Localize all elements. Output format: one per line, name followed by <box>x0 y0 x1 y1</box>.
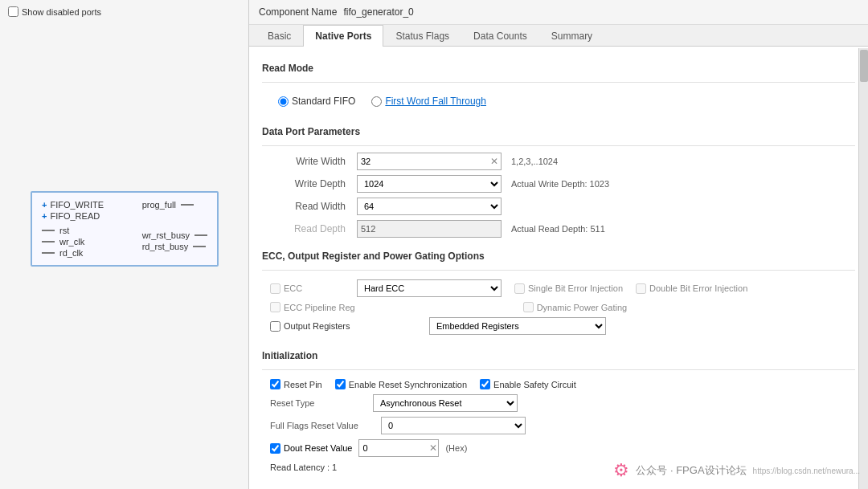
ecc-select[interactable]: Hard ECC Soft ECC <box>357 279 502 297</box>
standard-fifo-radio[interactable] <box>278 96 289 107</box>
tab-data-counts[interactable]: Data Counts <box>461 25 539 47</box>
scrollbar-thumb[interactable] <box>860 50 868 82</box>
read-mode-title: Read Mode <box>262 63 855 74</box>
enable-safety-circuit-label[interactable]: Enable Safety Circuit <box>480 379 576 389</box>
write-width-hint: 1,2,3,..1024 <box>508 157 855 166</box>
rst-port: rst <box>42 225 104 236</box>
full-flags-select[interactable]: 0 1 <box>381 417 526 434</box>
read-depth-wrapper <box>357 220 502 238</box>
tab-summary[interactable]: Summary <box>539 25 604 47</box>
first-word-fall-through-radio-label[interactable]: First Word Fall Through <box>371 96 486 107</box>
read-mode-radio-group: Standard FIFO First Word Fall Through <box>262 89 855 113</box>
ecc-checkbox <box>270 283 280 294</box>
watermark: ⚙ 公众号 · FPGA设计论坛 https://blog.csdn.net/n… <box>613 460 860 481</box>
double-bit-error-checkbox <box>636 283 646 294</box>
wr-clk-port: wr_clk <box>42 236 104 247</box>
dout-reset-text: Dout Reset Value <box>284 443 352 453</box>
double-bit-error-text: Double Bit Error Injection <box>649 283 747 293</box>
dout-reset-checkbox[interactable] <box>270 443 280 454</box>
dout-reset-row: Dout Reset Value ✕ (Hex) <box>262 437 855 459</box>
enable-reset-sync-text: Enable Reset Synchronization <box>349 380 467 389</box>
rd-clk-port: rd_clk <box>42 247 104 259</box>
read-mode-section: Read Mode Standard FIFO First Word Fall … <box>262 63 855 113</box>
enable-reset-sync-label[interactable]: Enable Reset Synchronization <box>335 379 467 389</box>
write-depth-label: Write Depth <box>270 178 350 189</box>
output-registers-text: Output Registers <box>284 321 350 331</box>
left-ports: + FIFO_WRITE + FIFO_READ rst <box>42 199 104 259</box>
tab-status-flags[interactable]: Status Flags <box>383 25 461 47</box>
ecc-pipeline-text: ECC Pipeline Reg <box>284 303 355 312</box>
read-latency-label: Read Latency : <box>270 463 330 472</box>
ecc-label: ECC <box>284 283 302 293</box>
component-name-bar: Component Name fifo_generator_0 <box>249 0 868 25</box>
ecc-title: ECC, Output Register and Power Gating Op… <box>262 251 855 262</box>
fifo-read-port: + FIFO_READ <box>42 210 104 222</box>
ecc-section: ECC, Output Register and Power Gating Op… <box>262 251 855 337</box>
embedded-registers-select[interactable]: Embedded Registers Fabric Registers <box>429 317 606 335</box>
dynamic-power-gating-label: Dynamic Power Gating <box>523 302 628 312</box>
read-width-wrapper: 64 <box>357 198 502 215</box>
dout-reset-hint: (Hex) <box>445 443 467 453</box>
wr-rst-busy-port: wr_rst_busy <box>142 230 207 241</box>
full-flags-label: Full Flags Reset Value <box>270 421 375 430</box>
write-width-label: Write Width <box>270 156 350 167</box>
enable-safety-circuit-checkbox[interactable] <box>480 379 490 389</box>
reset-type-label: Reset Type <box>270 398 366 408</box>
rd-rst-busy-port: rd_rst_busy <box>142 241 207 252</box>
read-depth-label: Read Depth <box>270 223 350 234</box>
ecc-pipeline-checkbox <box>270 302 280 312</box>
reset-checkboxes-row: Reset Pin Enable Reset Synchronization E… <box>262 377 855 392</box>
standard-fifo-label: Standard FIFO <box>292 96 355 107</box>
read-latency-value: 1 <box>332 463 337 472</box>
standard-fifo-radio-label[interactable]: Standard FIFO <box>278 96 355 107</box>
write-width-clear[interactable]: ✕ <box>489 156 500 167</box>
output-registers-label[interactable]: Output Registers <box>270 321 350 332</box>
show-disabled-label: Show disabled ports <box>22 7 101 17</box>
show-disabled-ports[interactable]: Show disabled ports <box>0 0 248 23</box>
tab-native-ports[interactable]: Native Ports <box>303 25 383 47</box>
write-width-wrapper: ✕ <box>357 153 502 170</box>
component-name-value: fifo_generator_0 <box>343 6 413 18</box>
tab-basic[interactable]: Basic <box>256 25 303 47</box>
dout-reset-label[interactable]: Dout Reset Value <box>270 443 352 454</box>
reset-type-select[interactable]: Asynchronous Reset Synchronous Reset <box>373 394 518 412</box>
fifo-write-port: + FIFO_WRITE <box>42 199 104 210</box>
write-depth-select[interactable]: 1024 <box>357 175 502 193</box>
first-word-fall-through-label: First Word Fall Through <box>385 96 486 107</box>
read-width-label: Read Width <box>270 201 350 212</box>
first-word-fall-through-radio[interactable] <box>371 96 382 107</box>
read-depth-hint: Actual Read Depth: 511 <box>508 224 855 234</box>
full-flags-row: Full Flags Reset Value 0 1 <box>262 414 855 437</box>
ecc-pipeline-label: ECC Pipeline Reg <box>270 302 355 312</box>
output-registers-checkbox[interactable] <box>270 321 280 332</box>
dout-reset-input[interactable] <box>358 439 439 457</box>
right-ports: prog_full wr_rst_busy rd_rst_busy <box>142 199 207 252</box>
enable-safety-circuit-text: Enable Safety Circuit <box>493 380 576 389</box>
component-name-label: Component Name <box>259 6 337 18</box>
scrollbar-track[interactable] <box>858 48 868 489</box>
tab-bar: Basic Native Ports Status Flags Data Cou… <box>249 25 868 47</box>
reset-pin-checkbox[interactable] <box>270 379 280 389</box>
dynamic-power-gating-checkbox <box>523 302 534 312</box>
dout-reset-clear[interactable]: ✕ <box>429 442 437 454</box>
read-depth-input <box>357 220 502 238</box>
reset-pin-text: Reset Pin <box>284 380 322 389</box>
dout-reset-input-wrapper: ✕ <box>358 439 439 457</box>
component-diagram: + FIFO_WRITE + FIFO_READ rst <box>31 191 219 267</box>
initialization-title: Initialization <box>262 350 855 361</box>
data-port-title: Data Port Parameters <box>262 126 855 137</box>
write-depth-hint: Actual Write Depth: 1023 <box>508 179 855 189</box>
double-bit-error-label: Double Bit Error Injection <box>636 283 747 294</box>
initialization-section: Initialization Reset Pin Enable Reset Sy… <box>262 350 855 475</box>
single-bit-error-text: Single Bit Error Injection <box>528 283 623 293</box>
enable-reset-sync-checkbox[interactable] <box>335 379 346 389</box>
write-width-input[interactable] <box>357 153 502 170</box>
ecc-checkbox-label[interactable]: ECC <box>270 283 350 294</box>
data-port-section: Data Port Parameters Write Width ✕ 1,2,3… <box>262 126 855 238</box>
reset-pin-label[interactable]: Reset Pin <box>270 379 322 389</box>
dynamic-power-gating-text: Dynamic Power Gating <box>537 303 628 312</box>
show-disabled-checkbox[interactable] <box>8 6 18 17</box>
single-bit-error-label: Single Bit Error Injection <box>514 283 623 294</box>
prog-full-port: prog_full <box>142 199 207 210</box>
read-width-select[interactable]: 64 <box>357 198 502 215</box>
